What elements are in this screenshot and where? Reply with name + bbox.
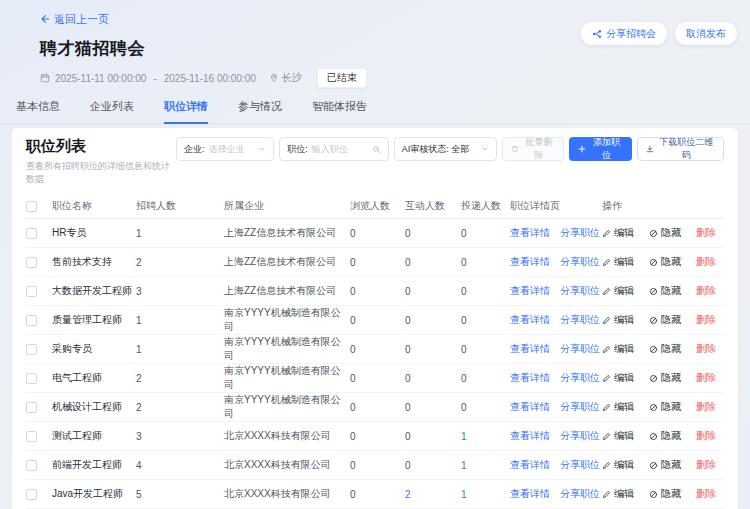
hide-button[interactable]: 隐藏: [649, 284, 681, 298]
tab-agent-report[interactable]: 智能体报告: [312, 99, 367, 123]
row-checkbox[interactable]: [26, 344, 37, 355]
delete-button[interactable]: 删除: [696, 313, 716, 327]
hide-label: 隐藏: [661, 226, 681, 240]
row-checkbox[interactable]: [26, 460, 37, 471]
hide-button[interactable]: 隐藏: [649, 429, 681, 443]
share-position-link[interactable]: 分享职位: [560, 371, 600, 385]
share-position-link[interactable]: 分享职位: [560, 487, 600, 501]
edit-button[interactable]: 编辑: [602, 487, 634, 501]
share-position-link[interactable]: 分享职位: [560, 226, 600, 240]
back-link[interactable]: 返回上一页: [40, 12, 109, 27]
view-detail-link[interactable]: 查看详情: [510, 255, 550, 269]
row-checkbox[interactable]: [26, 402, 37, 413]
detail-links-cell: 查看详情 分享职位: [510, 429, 602, 443]
pencil-icon: [602, 345, 611, 354]
hide-button[interactable]: 隐藏: [649, 226, 681, 240]
delete-label: 删除: [696, 487, 716, 501]
delete-button[interactable]: 删除: [696, 429, 716, 443]
pencil-icon: [602, 403, 611, 412]
view-detail-link[interactable]: 查看详情: [510, 400, 550, 414]
delete-label: 删除: [696, 342, 716, 356]
row-checkbox[interactable]: [26, 228, 37, 239]
view-detail-link[interactable]: 查看详情: [510, 284, 550, 298]
tab-basic-info[interactable]: 基本信息: [16, 99, 60, 123]
view-detail-link[interactable]: 查看详情: [510, 458, 550, 472]
share-fair-button[interactable]: 分享招聘会: [581, 22, 667, 45]
unpublish-button[interactable]: 取消发布: [675, 22, 737, 45]
edit-button[interactable]: 编辑: [602, 458, 634, 472]
share-position-link[interactable]: 分享职位: [560, 458, 600, 472]
edit-button[interactable]: 编辑: [602, 255, 634, 269]
hide-button[interactable]: 隐藏: [649, 371, 681, 385]
edit-button[interactable]: 编辑: [602, 429, 634, 443]
edit-button[interactable]: 编辑: [602, 342, 634, 356]
view-detail-link[interactable]: 查看详情: [510, 226, 550, 240]
share-position-link[interactable]: 分享职位: [560, 313, 600, 327]
add-position-button[interactable]: 添加职位: [569, 137, 631, 161]
company-name: 北京XXXX科技有限公司: [224, 487, 350, 501]
position-search-input[interactable]: [312, 144, 364, 154]
share-position-link[interactable]: 分享职位: [560, 400, 600, 414]
row-checkbox[interactable]: [26, 431, 37, 442]
delete-button[interactable]: 删除: [696, 371, 716, 385]
recruit-count: 5: [136, 489, 224, 500]
hide-label: 隐藏: [661, 458, 681, 472]
share-position-link[interactable]: 分享职位: [560, 255, 600, 269]
ai-review-status-select[interactable]: AI审核状态: 全部: [394, 137, 497, 161]
applications-count: 1: [461, 489, 510, 500]
share-position-link[interactable]: 分享职位: [560, 342, 600, 356]
row-checkbox[interactable]: [26, 257, 37, 268]
col-applications: 投递人数: [461, 199, 510, 213]
download-qrcode-button[interactable]: 下载职位二维码: [637, 137, 724, 161]
hide-button[interactable]: 隐藏: [649, 400, 681, 414]
hide-button[interactable]: 隐藏: [649, 342, 681, 356]
hide-button[interactable]: 隐藏: [649, 487, 681, 501]
tab-position-details[interactable]: 职位详情: [164, 99, 208, 124]
delete-button[interactable]: 删除: [696, 226, 716, 240]
delete-button[interactable]: 删除: [696, 255, 716, 269]
search-icon[interactable]: [372, 145, 381, 154]
view-detail-link[interactable]: 查看详情: [510, 429, 550, 443]
delete-button[interactable]: 删除: [696, 400, 716, 414]
operations-cell: 编辑 隐藏 删除: [602, 400, 724, 414]
company-name: 南京YYYY机械制造有限公司: [224, 335, 350, 363]
view-detail-link[interactable]: 查看详情: [510, 371, 550, 385]
row-checkbox[interactable]: [26, 373, 37, 384]
detail-links-cell: 查看详情 分享职位: [510, 487, 602, 501]
select-all-checkbox[interactable]: [26, 201, 37, 212]
position-name: HR专员: [52, 226, 136, 240]
edit-button[interactable]: 编辑: [602, 313, 634, 327]
header-actions: 分享招聘会 取消发布: [581, 22, 737, 45]
col-interactions: 互动人数: [405, 199, 461, 213]
edit-button[interactable]: 编辑: [602, 371, 634, 385]
row-checkbox[interactable]: [26, 286, 37, 297]
delete-button[interactable]: 删除: [696, 487, 716, 501]
edit-button[interactable]: 编辑: [602, 226, 634, 240]
pencil-icon: [602, 229, 611, 238]
hide-button[interactable]: 隐藏: [649, 255, 681, 269]
share-position-link[interactable]: 分享职位: [560, 284, 600, 298]
delete-button[interactable]: 删除: [696, 458, 716, 472]
tab-participation[interactable]: 参与情况: [238, 99, 282, 123]
view-detail-link[interactable]: 查看详情: [510, 342, 550, 356]
hide-button[interactable]: 隐藏: [649, 313, 681, 327]
company-name: 南京YYYY机械制造有限公司: [224, 364, 350, 392]
tab-company-list[interactable]: 企业列表: [90, 99, 134, 123]
view-detail-link[interactable]: 查看详情: [510, 313, 550, 327]
row-checkbox[interactable]: [26, 489, 37, 500]
company-name: 北京XXXX科技有限公司: [224, 429, 350, 443]
edit-button[interactable]: 编辑: [602, 400, 634, 414]
eye-off-icon: [649, 461, 658, 470]
delete-button[interactable]: 删除: [696, 284, 716, 298]
pencil-icon: [602, 287, 611, 296]
delete-label: 删除: [696, 226, 716, 240]
recruit-count: 2: [136, 257, 224, 268]
view-detail-link[interactable]: 查看详情: [510, 487, 550, 501]
row-checkbox[interactable]: [26, 315, 37, 326]
company-select[interactable]: 企业: 选择企业: [176, 137, 274, 161]
share-position-link[interactable]: 分享职位: [560, 429, 600, 443]
edit-button[interactable]: 编辑: [602, 284, 634, 298]
delete-button[interactable]: 删除: [696, 342, 716, 356]
applications-count: 1: [461, 460, 510, 471]
hide-button[interactable]: 隐藏: [649, 458, 681, 472]
